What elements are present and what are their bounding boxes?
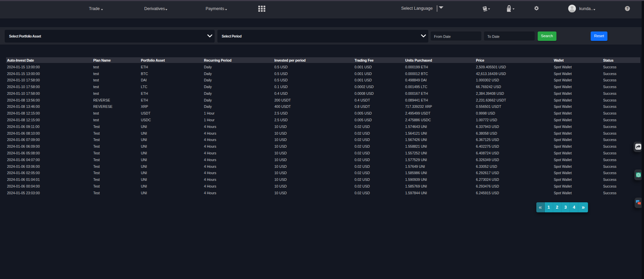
svg-text:?: ? [626, 6, 628, 10]
